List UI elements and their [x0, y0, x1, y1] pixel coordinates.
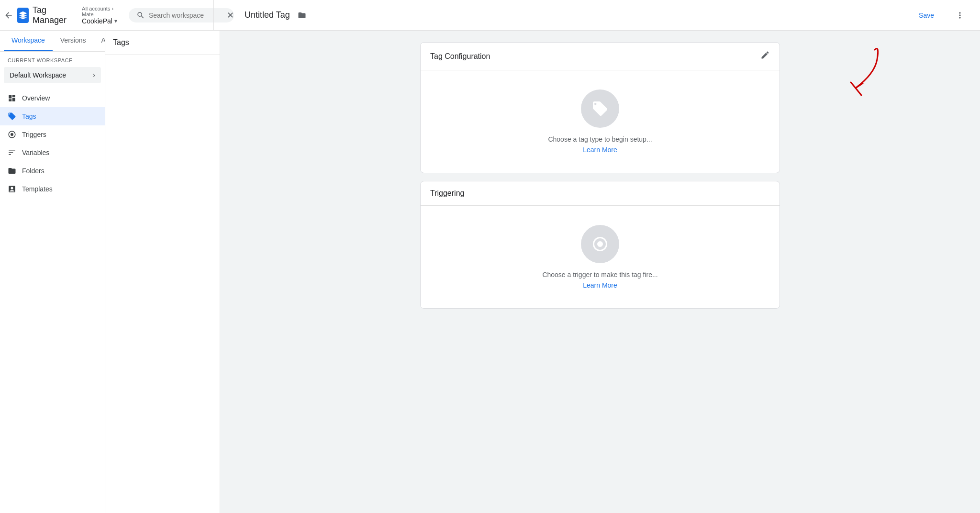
- sidebar-item-overview[interactable]: Overview: [0, 89, 105, 107]
- sidebar-tabs: Workspace Versions Admin: [0, 31, 105, 52]
- edit-tag-config-button[interactable]: [760, 50, 770, 62]
- sidebar-item-templates-label: Templates: [22, 185, 53, 193]
- triggering-placeholder-text: Choose a trigger to make this tag fire..…: [542, 271, 657, 279]
- app-title: Tag Manager: [33, 5, 70, 25]
- overview-icon: [8, 94, 16, 102]
- current-workspace-label: CURRENT WORKSPACE: [0, 52, 105, 65]
- sidebar: Workspace Versions Admin CURRENT WORKSPA…: [0, 31, 105, 513]
- triggering-card-header: Triggering: [421, 181, 780, 206]
- account-selector[interactable]: All accounts › Mate CookiePal: [82, 6, 117, 25]
- account-breadcrumb: All accounts › Mate: [82, 6, 117, 17]
- save-button[interactable]: Save: [907, 8, 946, 23]
- sidebar-item-templates[interactable]: Templates: [0, 180, 105, 198]
- tags-icon: [8, 112, 16, 121]
- triggers-icon: [8, 130, 16, 139]
- sidebar-item-triggers-label: Triggers: [22, 131, 46, 138]
- close-tag-button[interactable]: ✕: [222, 7, 239, 24]
- workspace-dropdown-icon: [114, 18, 117, 24]
- sidebar-item-folders-label: Folders: [22, 167, 45, 175]
- tags-list-panel: Tags: [105, 31, 220, 513]
- sidebar-item-folders[interactable]: Folders: [0, 162, 105, 180]
- svg-point-0: [11, 133, 13, 136]
- tags-panel-title: Tags: [105, 31, 220, 55]
- annotation-arrow: [827, 40, 884, 104]
- tag-editor-header: ✕ Untitled Tag Save: [213, 0, 976, 30]
- tag-config-placeholder-icon: [581, 89, 619, 128]
- folder-icon[interactable]: [298, 11, 306, 20]
- tag-title: Untitled Tag: [245, 10, 290, 20]
- tag-config-card-body[interactable]: Choose a tag type to begin setup... Lear…: [421, 70, 780, 173]
- sidebar-nav: Overview Tags Triggers Variables Folders…: [0, 89, 105, 198]
- tab-versions[interactable]: Versions: [53, 31, 94, 51]
- workspace-selector-text: Default Workspace: [10, 71, 66, 79]
- templates-icon: [8, 185, 16, 193]
- sidebar-item-tags-label: Tags: [22, 112, 36, 120]
- more-options-button[interactable]: [951, 7, 969, 24]
- sidebar-item-overview-label: Overview: [22, 94, 50, 102]
- gtm-logo: Tag Manager: [17, 5, 70, 25]
- tag-config-placeholder-text: Choose a tag type to begin setup...: [548, 135, 652, 143]
- tag-config-learn-more[interactable]: Learn More: [583, 146, 617, 154]
- folders-icon: [8, 167, 16, 175]
- tag-config-card-header: Tag Configuration: [421, 43, 780, 70]
- sidebar-item-variables[interactable]: Variables: [0, 144, 105, 162]
- triggering-placeholder-icon: [581, 225, 619, 263]
- sidebar-item-tags[interactable]: Tags: [0, 107, 105, 125]
- tab-workspace[interactable]: Workspace: [4, 31, 53, 51]
- triggering-card-body[interactable]: Choose a trigger to make this tag fire..…: [421, 206, 780, 308]
- search-icon: [136, 11, 145, 20]
- sidebar-item-triggers[interactable]: Triggers: [0, 125, 105, 144]
- tag-config-title: Tag Configuration: [430, 52, 490, 61]
- tag-configuration-card: Tag Configuration Choose a tag type to b…: [420, 42, 780, 173]
- sidebar-item-variables-label: Variables: [22, 149, 49, 156]
- workspace-display-name: CookiePal: [82, 17, 112, 25]
- tab-admin[interactable]: Admin: [93, 31, 105, 51]
- triggering-title: Triggering: [430, 189, 464, 198]
- triggering-card: Triggering Choose a trigger to make this…: [420, 181, 780, 309]
- variables-icon: [8, 148, 16, 157]
- triggering-learn-more[interactable]: Learn More: [583, 281, 617, 289]
- svg-point-1: [597, 241, 603, 247]
- workspace-expand-icon: ›: [93, 71, 95, 79]
- workspace-selector[interactable]: Default Workspace ›: [4, 67, 101, 83]
- back-button[interactable]: [4, 7, 13, 24]
- main-content: Tag Configuration Choose a tag type to b…: [220, 31, 980, 513]
